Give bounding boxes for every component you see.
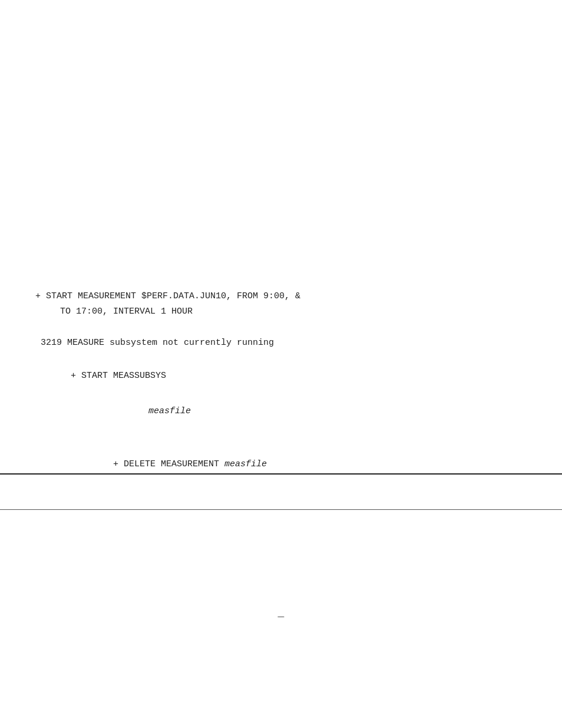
error-line: 3219 MEASURE subsystem not currently run… bbox=[35, 335, 300, 351]
subsection-block: + START MEASSUBSYS measfile + DELETE MEA… bbox=[35, 367, 300, 491]
subsection-line-2: measfile bbox=[71, 385, 300, 438]
bottom-underscore: _ bbox=[278, 607, 285, 619]
page-content: + START MEASUREMENT $PERF.DATA.JUN10, FR… bbox=[0, 0, 562, 728]
subsection-line-1: + START MEASSUBSYS bbox=[71, 367, 300, 385]
subsection-line-3: + DELETE MEASUREMENT measfile bbox=[71, 438, 300, 491]
thin-divider bbox=[0, 509, 562, 510]
delete-measurement-prefix: + DELETE MEASUREMENT bbox=[113, 459, 224, 469]
measfile-italic-2: measfile bbox=[224, 459, 267, 469]
command-block: + START MEASUREMENT $PERF.DATA.JUN10, FR… bbox=[35, 289, 300, 491]
command-line-1: + START MEASUREMENT $PERF.DATA.JUN10, FR… bbox=[35, 289, 300, 304]
measfile-italic-1: measfile bbox=[148, 406, 191, 416]
thick-divider bbox=[0, 473, 562, 475]
command-line-2: TO 17:00, INTERVAL 1 HOUR bbox=[35, 304, 300, 319]
